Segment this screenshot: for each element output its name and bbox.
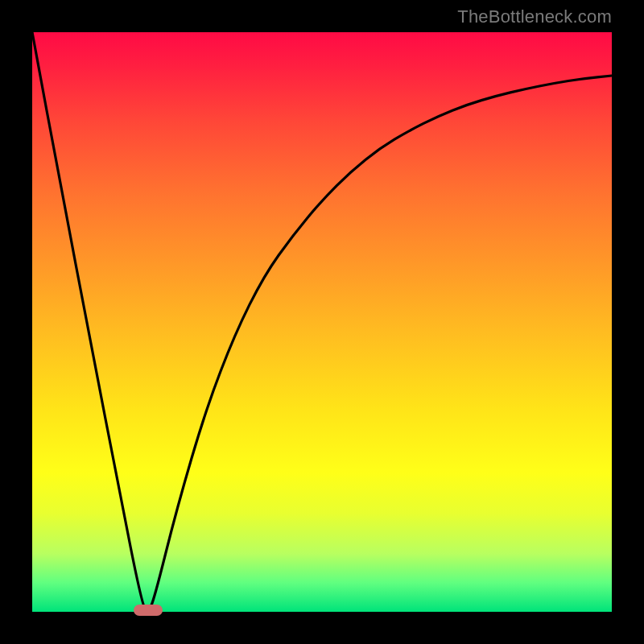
chart-frame: TheBottleneck.com: [0, 0, 644, 644]
curve-layer: [32, 32, 612, 612]
bottleneck-curve: [32, 32, 612, 610]
plot-area: [32, 32, 612, 612]
watermark-text: TheBottleneck.com: [457, 6, 612, 27]
optimal-marker: [134, 605, 163, 616]
